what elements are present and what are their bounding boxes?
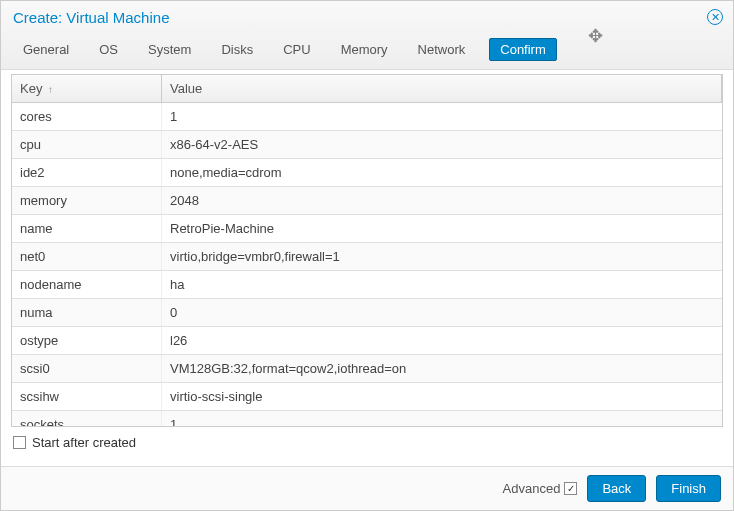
- grid-body[interactable]: cores1cpux86-64-v2-AESide2none,media=cdr…: [12, 103, 722, 426]
- move-icon[interactable]: ✥: [588, 25, 603, 47]
- table-row[interactable]: net0virtio,bridge=vmbr0,firewall=1: [12, 243, 722, 271]
- start-after-label: Start after created: [32, 435, 136, 450]
- tab-os[interactable]: OS: [93, 38, 124, 61]
- cell-key: memory: [12, 187, 162, 214]
- table-row[interactable]: ostypel26: [12, 327, 722, 355]
- start-after-checkbox[interactable]: [13, 436, 26, 449]
- cell-value: virtio,bridge=vmbr0,firewall=1: [162, 243, 722, 270]
- finish-button[interactable]: Finish: [656, 475, 721, 502]
- cell-value: 2048: [162, 187, 722, 214]
- cell-key: scsihw: [12, 383, 162, 410]
- table-row[interactable]: numa0: [12, 299, 722, 327]
- column-header-value[interactable]: Value: [162, 75, 722, 102]
- cell-key: cores: [12, 103, 162, 130]
- titlebar: Create: Virtual Machine ✕ ✥ GeneralOSSys…: [1, 1, 733, 70]
- column-key-label: Key: [20, 81, 42, 96]
- tab-bar: GeneralOSSystemDisksCPUMemoryNetworkConf…: [13, 32, 721, 69]
- tab-memory[interactable]: Memory: [335, 38, 394, 61]
- cell-value: VM128GB:32,format=qcow2,iothread=on: [162, 355, 722, 382]
- tab-general[interactable]: General: [17, 38, 75, 61]
- cell-value: 1: [162, 411, 722, 426]
- advanced-label: Advanced: [503, 481, 561, 496]
- table-row[interactable]: nameRetroPie-Machine: [12, 215, 722, 243]
- cell-key: numa: [12, 299, 162, 326]
- tab-system[interactable]: System: [142, 38, 197, 61]
- footer: Advanced ✓ Back Finish: [1, 466, 733, 510]
- cell-key: scsi0: [12, 355, 162, 382]
- close-icon[interactable]: ✕: [707, 9, 723, 25]
- grid-header: Key ↑ Value: [12, 75, 722, 103]
- cell-key: cpu: [12, 131, 162, 158]
- table-row[interactable]: ide2none,media=cdrom: [12, 159, 722, 187]
- cell-key: ostype: [12, 327, 162, 354]
- cell-key: nodename: [12, 271, 162, 298]
- tab-cpu[interactable]: CPU: [277, 38, 316, 61]
- table-row[interactable]: scsihwvirtio-scsi-single: [12, 383, 722, 411]
- cell-key: net0: [12, 243, 162, 270]
- table-row[interactable]: nodenameha: [12, 271, 722, 299]
- cell-value: RetroPie-Machine: [162, 215, 722, 242]
- cell-key: ide2: [12, 159, 162, 186]
- cell-value: none,media=cdrom: [162, 159, 722, 186]
- tab-confirm[interactable]: Confirm: [489, 38, 557, 61]
- start-after-row: Start after created: [11, 427, 723, 458]
- cell-key: sockets: [12, 411, 162, 426]
- tab-disks[interactable]: Disks: [215, 38, 259, 61]
- table-row[interactable]: cpux86-64-v2-AES: [12, 131, 722, 159]
- dialog-window: Create: Virtual Machine ✕ ✥ GeneralOSSys…: [0, 0, 734, 511]
- cell-key: name: [12, 215, 162, 242]
- dialog-title: Create: Virtual Machine: [13, 9, 721, 32]
- column-header-key[interactable]: Key ↑: [12, 75, 162, 102]
- cell-value: 0: [162, 299, 722, 326]
- table-row[interactable]: scsi0VM128GB:32,format=qcow2,iothread=on: [12, 355, 722, 383]
- tab-network[interactable]: Network: [412, 38, 472, 61]
- cell-value: virtio-scsi-single: [162, 383, 722, 410]
- advanced-checkbox[interactable]: ✓: [564, 482, 577, 495]
- cell-value: l26: [162, 327, 722, 354]
- content-area: Key ↑ Value cores1cpux86-64-v2-AESide2no…: [1, 70, 733, 466]
- back-button[interactable]: Back: [587, 475, 646, 502]
- cell-value: ha: [162, 271, 722, 298]
- cell-value: x86-64-v2-AES: [162, 131, 722, 158]
- advanced-toggle: Advanced ✓: [503, 481, 578, 496]
- summary-grid: Key ↑ Value cores1cpux86-64-v2-AESide2no…: [11, 74, 723, 427]
- cell-value: 1: [162, 103, 722, 130]
- table-row[interactable]: sockets1: [12, 411, 722, 426]
- table-row[interactable]: memory2048: [12, 187, 722, 215]
- sort-asc-icon: ↑: [48, 84, 53, 95]
- table-row[interactable]: cores1: [12, 103, 722, 131]
